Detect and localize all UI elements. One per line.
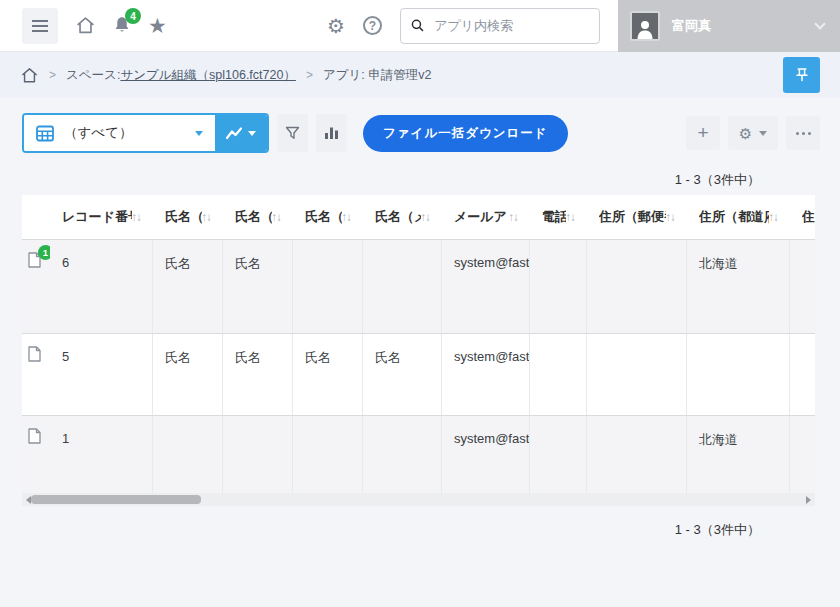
- breadcrumb-space-link[interactable]: サンプル組織（spl106.fct720）: [120, 67, 296, 84]
- header-label: 氏名（名: [235, 208, 272, 226]
- record-icon-cell: [22, 416, 50, 493]
- table-cell: 1: [50, 416, 153, 493]
- table-cell: 北海道: [687, 240, 790, 333]
- header-cell[interactable]: 氏名（メイ↑↓: [363, 195, 442, 239]
- header-cell[interactable]: 電話番↑↓: [530, 195, 587, 239]
- line-chart-icon: [226, 127, 242, 140]
- app-settings-button[interactable]: ⚙: [728, 116, 778, 150]
- header-cell[interactable]: 氏名（名↑↓: [223, 195, 293, 239]
- menu-button[interactable]: [22, 8, 58, 44]
- header-label: メールアドレ: [454, 208, 509, 226]
- table-cell: 氏名: [153, 334, 223, 415]
- header-cell[interactable]: 住所（都道府県↑↓: [687, 195, 790, 239]
- header-cell[interactable]: 氏名（姓↑↓: [153, 195, 223, 239]
- table-cell: [530, 334, 587, 415]
- favorites-button[interactable]: ★: [148, 15, 167, 36]
- header-cell[interactable]: 氏名（セイ↑↓: [293, 195, 363, 239]
- breadcrumb: > スペース: サンプル組織（spl106.fct720） > アプリ: 申請管…: [0, 52, 840, 98]
- horizontal-scrollbar: [22, 493, 815, 506]
- breadcrumb-separator: >: [306, 68, 313, 82]
- sort-icon[interactable]: ↑↓: [421, 211, 431, 223]
- bulk-download-button[interactable]: ファイル一括ダウンロード: [363, 115, 568, 152]
- chart-view-button[interactable]: [215, 115, 267, 151]
- settings-button[interactable]: ⚙: [327, 16, 345, 36]
- breadcrumb-home-link[interactable]: [20, 66, 39, 85]
- table-cell: 5: [50, 334, 153, 415]
- sort-icon[interactable]: ↑↓: [342, 211, 352, 223]
- document-icon: [28, 346, 41, 362]
- more-button[interactable]: [786, 116, 820, 150]
- header-icon-cell: [22, 195, 50, 239]
- sort-icon[interactable]: ↑↓: [202, 211, 212, 223]
- pagination-bottom: 1 - 3（3件中）: [0, 521, 760, 539]
- header-cell[interactable]: 住所（郵便番号↑↓: [587, 195, 687, 239]
- gear-icon: ⚙: [327, 16, 345, 36]
- table-cell: [530, 240, 587, 333]
- table-cell: system@fastco…: [442, 334, 530, 415]
- sort-icon[interactable]: ↑↓: [509, 211, 519, 223]
- pin-button[interactable]: [783, 57, 820, 93]
- sort-icon[interactable]: ↑↓: [272, 211, 282, 223]
- document-icon: [28, 428, 41, 444]
- search-input[interactable]: [432, 17, 589, 34]
- table-cell: 氏名: [223, 334, 293, 415]
- chevron-down-icon: [248, 131, 256, 136]
- avatar: [630, 11, 660, 41]
- table-body: 16氏名氏名system@fastco…北海道5氏名氏名氏名氏名system@f…: [22, 239, 815, 493]
- table-row: 16氏名氏名system@fastco…北海道: [22, 239, 815, 333]
- table-cell: [363, 416, 442, 493]
- sort-icon[interactable]: ↑↓: [769, 211, 779, 223]
- view-selector[interactable]: （すべて）: [24, 115, 215, 151]
- home-icon: [75, 15, 96, 36]
- funnel-icon: [285, 126, 300, 140]
- filter-button[interactable]: [277, 114, 308, 152]
- notifications-button[interactable]: 4: [112, 15, 132, 36]
- open-record-button[interactable]: [28, 428, 41, 444]
- add-record-button[interactable]: +: [686, 116, 720, 150]
- chevron-down-icon: [814, 18, 825, 29]
- person-icon: [634, 17, 656, 39]
- view-toolbar: （すべて） ファイル一括ダウンロード + ⚙: [22, 113, 820, 153]
- table-cell: 北海道: [687, 416, 790, 493]
- breadcrumb-separator: >: [49, 68, 56, 82]
- top-nav: 4 ★ ⚙ ? 富岡真: [0, 0, 840, 52]
- table-cell: [587, 334, 687, 415]
- table-cell: [153, 416, 223, 493]
- header-cell[interactable]: レコード番号↑↓: [50, 195, 153, 239]
- records-table: レコード番号↑↓氏名（姓↑↓氏名（名↑↓氏名（セイ↑↓氏名（メイ↑↓メールアドレ…: [22, 195, 815, 493]
- scrollbar-thumb[interactable]: [31, 495, 201, 504]
- chevron-down-icon: [195, 131, 203, 136]
- table-cell: [223, 416, 293, 493]
- table-cell: [293, 416, 363, 493]
- record-icon-cell: 1: [22, 240, 50, 333]
- record-tools: + ⚙: [686, 116, 820, 150]
- app-search: [400, 8, 600, 44]
- table-header: レコード番号↑↓氏名（姓↑↓氏名（名↑↓氏名（セイ↑↓氏名（メイ↑↓メールアドレ…: [22, 195, 815, 239]
- help-button[interactable]: ?: [363, 16, 382, 35]
- header-cell[interactable]: メールアドレ↑↓: [442, 195, 530, 239]
- graph-button[interactable]: [316, 114, 347, 152]
- table-cell: [687, 334, 790, 415]
- pin-icon: [794, 67, 810, 83]
- table-cell: [790, 334, 815, 415]
- sort-icon[interactable]: ↑↓: [566, 211, 576, 223]
- sort-icon[interactable]: ↑↓: [666, 211, 676, 223]
- header-label: 氏名（メイ: [375, 208, 421, 226]
- table-cell: [363, 240, 442, 333]
- search-icon: [411, 18, 424, 33]
- open-record-button[interactable]: [28, 346, 41, 362]
- table-cell: [530, 416, 587, 493]
- more-icon: [796, 132, 811, 135]
- sort-icon[interactable]: ↑↓: [132, 211, 142, 223]
- star-icon: ★: [148, 15, 167, 36]
- notification-badge: 4: [125, 8, 141, 24]
- user-menu[interactable]: 富岡真: [618, 0, 840, 52]
- table-cell: [790, 240, 815, 333]
- home-button[interactable]: [75, 15, 96, 36]
- header-label: 氏名（姓: [165, 208, 202, 226]
- view-selector-label: （すべて）: [64, 124, 195, 142]
- scroll-right-arrow[interactable]: [806, 496, 811, 504]
- header-cell[interactable]: 住所: [790, 195, 815, 239]
- table-cell: [790, 416, 815, 493]
- header-label: 住所（郵便番号: [599, 208, 666, 226]
